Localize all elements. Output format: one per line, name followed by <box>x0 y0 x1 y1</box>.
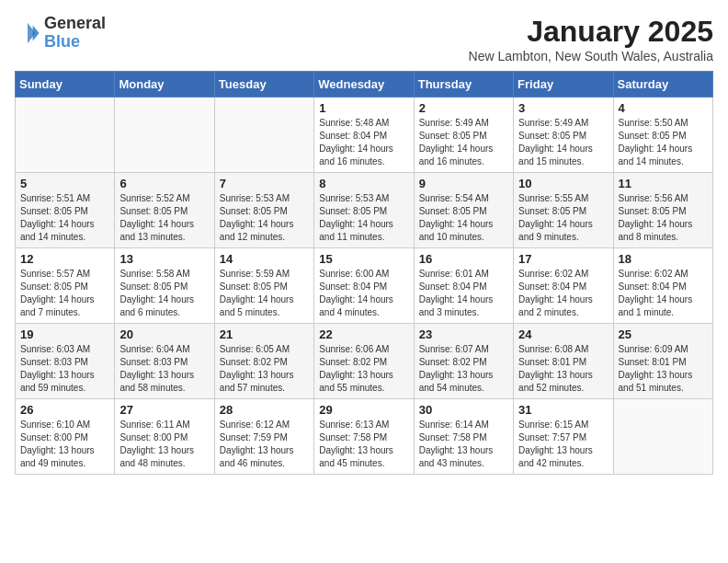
logo-icon <box>15 20 40 46</box>
calendar-cell: 6Sunrise: 5:52 AM Sunset: 8:05 PM Daylig… <box>115 173 214 248</box>
day-info: Sunrise: 5:57 AM Sunset: 8:05 PM Dayligh… <box>20 268 109 319</box>
calendar-header-row: SundayMondayTuesdayWednesdayThursdayFrid… <box>16 72 713 98</box>
day-number: 15 <box>319 252 408 266</box>
day-number: 11 <box>619 177 708 190</box>
day-number: 2 <box>419 101 508 115</box>
calendar-cell: 14Sunrise: 5:59 AM Sunset: 8:05 PM Dayli… <box>214 248 313 324</box>
day-number: 14 <box>220 252 309 266</box>
calendar-cell: 10Sunrise: 5:55 AM Sunset: 8:05 PM Dayli… <box>514 173 613 248</box>
calendar-cell <box>115 98 214 173</box>
day-number: 19 <box>20 327 109 341</box>
day-number: 26 <box>20 403 109 417</box>
calendar-cell: 12Sunrise: 5:57 AM Sunset: 8:05 PM Dayli… <box>16 248 115 324</box>
calendar-cell: 26Sunrise: 6:10 AM Sunset: 8:00 PM Dayli… <box>16 399 115 475</box>
page-header: General Blue January 2025 New Lambton, N… <box>15 15 713 63</box>
calendar-week-4: 19Sunrise: 6:03 AM Sunset: 8:03 PM Dayli… <box>16 324 713 399</box>
day-number: 5 <box>20 177 109 190</box>
day-number: 10 <box>518 177 608 190</box>
calendar-cell <box>214 98 313 173</box>
day-info: Sunrise: 6:15 AM Sunset: 7:57 PM Dayligh… <box>518 419 608 470</box>
day-header-monday: Monday <box>115 72 214 98</box>
calendar-table: SundayMondayTuesdayWednesdayThursdayFrid… <box>15 71 713 475</box>
day-number: 8 <box>319 177 408 190</box>
day-info: Sunrise: 6:06 AM Sunset: 8:02 PM Dayligh… <box>319 343 408 395</box>
day-number: 6 <box>119 177 209 190</box>
day-number: 3 <box>518 101 608 115</box>
day-header-saturday: Saturday <box>613 72 712 98</box>
day-number: 22 <box>319 327 408 341</box>
day-header-friday: Friday <box>514 72 613 98</box>
day-info: Sunrise: 6:02 AM Sunset: 8:04 PM Dayligh… <box>619 268 708 319</box>
calendar-cell: 31Sunrise: 6:15 AM Sunset: 7:57 PM Dayli… <box>514 399 613 475</box>
calendar-week-1: 1Sunrise: 5:48 AM Sunset: 8:04 PM Daylig… <box>16 98 713 173</box>
title-block: January 2025 New Lambton, New South Wale… <box>469 15 713 63</box>
calendar-cell: 1Sunrise: 5:48 AM Sunset: 8:04 PM Daylig… <box>314 98 414 173</box>
day-number: 28 <box>220 403 309 417</box>
calendar-cell: 4Sunrise: 5:50 AM Sunset: 8:05 PM Daylig… <box>613 98 712 173</box>
day-info: Sunrise: 5:54 AM Sunset: 8:05 PM Dayligh… <box>419 192 508 244</box>
calendar-cell: 7Sunrise: 5:53 AM Sunset: 8:05 PM Daylig… <box>214 173 313 248</box>
day-info: Sunrise: 6:08 AM Sunset: 8:01 PM Dayligh… <box>518 343 608 395</box>
svg-marker-1 <box>28 23 35 43</box>
calendar-cell: 29Sunrise: 6:13 AM Sunset: 7:58 PM Dayli… <box>314 399 414 475</box>
day-info: Sunrise: 5:53 AM Sunset: 8:05 PM Dayligh… <box>319 192 408 244</box>
day-info: Sunrise: 5:50 AM Sunset: 8:05 PM Dayligh… <box>619 117 708 168</box>
day-info: Sunrise: 5:58 AM Sunset: 8:05 PM Dayligh… <box>119 268 209 319</box>
day-number: 25 <box>619 327 708 341</box>
calendar-cell: 25Sunrise: 6:09 AM Sunset: 8:01 PM Dayli… <box>613 324 712 399</box>
day-info: Sunrise: 6:09 AM Sunset: 8:01 PM Dayligh… <box>619 343 708 395</box>
day-info: Sunrise: 6:12 AM Sunset: 7:59 PM Dayligh… <box>220 419 309 470</box>
day-number: 9 <box>419 177 508 190</box>
day-info: Sunrise: 5:49 AM Sunset: 8:05 PM Dayligh… <box>518 117 608 168</box>
calendar-cell: 23Sunrise: 6:07 AM Sunset: 8:02 PM Dayli… <box>414 324 513 399</box>
day-info: Sunrise: 6:03 AM Sunset: 8:03 PM Dayligh… <box>20 343 109 395</box>
day-number: 23 <box>419 327 508 341</box>
day-info: Sunrise: 6:14 AM Sunset: 7:58 PM Dayligh… <box>419 419 508 470</box>
calendar-cell: 21Sunrise: 6:05 AM Sunset: 8:02 PM Dayli… <box>214 324 313 399</box>
day-info: Sunrise: 6:00 AM Sunset: 8:04 PM Dayligh… <box>319 268 408 319</box>
calendar-cell: 5Sunrise: 5:51 AM Sunset: 8:05 PM Daylig… <box>16 173 115 248</box>
day-number: 31 <box>518 403 608 417</box>
calendar-week-5: 26Sunrise: 6:10 AM Sunset: 8:00 PM Dayli… <box>16 399 713 475</box>
day-number: 16 <box>419 252 508 266</box>
calendar-cell: 3Sunrise: 5:49 AM Sunset: 8:05 PM Daylig… <box>514 98 613 173</box>
calendar-cell: 22Sunrise: 6:06 AM Sunset: 8:02 PM Dayli… <box>314 324 414 399</box>
calendar-cell: 2Sunrise: 5:49 AM Sunset: 8:05 PM Daylig… <box>414 98 513 173</box>
day-number: 30 <box>419 403 508 417</box>
day-info: Sunrise: 6:02 AM Sunset: 8:04 PM Dayligh… <box>518 268 608 319</box>
calendar-week-2: 5Sunrise: 5:51 AM Sunset: 8:05 PM Daylig… <box>16 173 713 248</box>
calendar-cell: 8Sunrise: 5:53 AM Sunset: 8:05 PM Daylig… <box>314 173 414 248</box>
day-info: Sunrise: 6:11 AM Sunset: 8:00 PM Dayligh… <box>119 419 209 470</box>
calendar-cell: 27Sunrise: 6:11 AM Sunset: 8:00 PM Dayli… <box>115 399 214 475</box>
calendar-cell <box>16 98 115 173</box>
day-info: Sunrise: 5:55 AM Sunset: 8:05 PM Dayligh… <box>518 192 608 244</box>
day-number: 20 <box>119 327 209 341</box>
logo-general-text: General <box>44 14 106 32</box>
calendar-cell: 19Sunrise: 6:03 AM Sunset: 8:03 PM Dayli… <box>16 324 115 399</box>
day-header-sunday: Sunday <box>16 72 115 98</box>
location: New Lambton, New South Wales, Australia <box>469 49 713 63</box>
day-info: Sunrise: 5:51 AM Sunset: 8:05 PM Dayligh… <box>20 192 109 244</box>
calendar-cell: 16Sunrise: 6:01 AM Sunset: 8:04 PM Dayli… <box>414 248 513 324</box>
day-number: 13 <box>119 252 209 266</box>
day-number: 21 <box>220 327 309 341</box>
day-header-tuesday: Tuesday <box>214 72 313 98</box>
day-info: Sunrise: 5:56 AM Sunset: 8:05 PM Dayligh… <box>619 192 708 244</box>
calendar-cell: 28Sunrise: 6:12 AM Sunset: 7:59 PM Dayli… <box>214 399 313 475</box>
calendar-cell: 18Sunrise: 6:02 AM Sunset: 8:04 PM Dayli… <box>613 248 712 324</box>
day-number: 18 <box>619 252 708 266</box>
day-number: 27 <box>119 403 209 417</box>
logo: General Blue <box>15 15 106 52</box>
calendar-cell: 11Sunrise: 5:56 AM Sunset: 8:05 PM Dayli… <box>613 173 712 248</box>
calendar-cell <box>613 399 712 475</box>
day-number: 4 <box>619 101 708 115</box>
logo-blue-text: Blue <box>44 32 80 51</box>
day-info: Sunrise: 6:01 AM Sunset: 8:04 PM Dayligh… <box>419 268 508 319</box>
day-number: 7 <box>220 177 309 190</box>
day-info: Sunrise: 6:13 AM Sunset: 7:58 PM Dayligh… <box>319 419 408 470</box>
day-info: Sunrise: 5:48 AM Sunset: 8:04 PM Dayligh… <box>319 117 408 168</box>
day-header-thursday: Thursday <box>414 72 513 98</box>
day-info: Sunrise: 6:05 AM Sunset: 8:02 PM Dayligh… <box>220 343 309 395</box>
calendar-cell: 20Sunrise: 6:04 AM Sunset: 8:03 PM Dayli… <box>115 324 214 399</box>
day-info: Sunrise: 5:52 AM Sunset: 8:05 PM Dayligh… <box>119 192 209 244</box>
